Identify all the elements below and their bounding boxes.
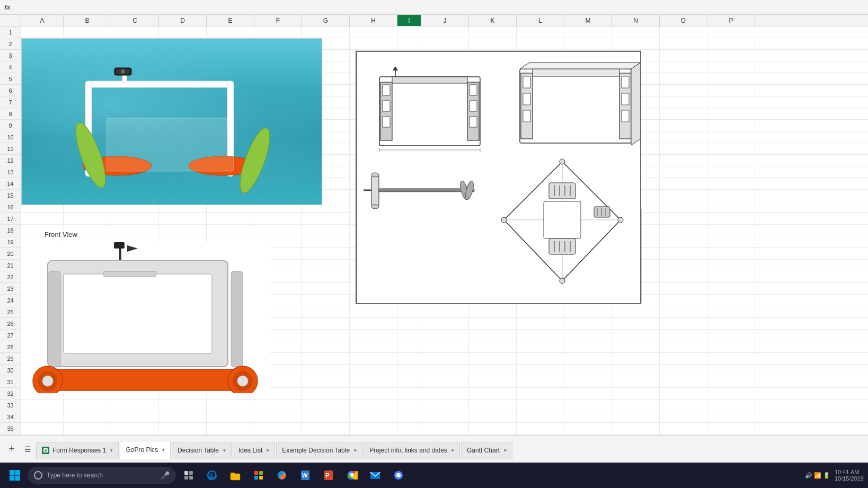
cell-E12[interactable] [207, 155, 254, 166]
cell-K33[interactable] [469, 400, 517, 411]
chrome-button[interactable] [341, 465, 362, 486]
cell-O11[interactable] [660, 143, 707, 155]
cell-O30[interactable] [660, 365, 707, 376]
cell-D33[interactable] [159, 400, 207, 411]
cell-O17[interactable] [660, 213, 707, 225]
cell-O27[interactable] [660, 330, 707, 341]
cell-E2[interactable] [207, 38, 254, 50]
cell-B27[interactable] [64, 330, 111, 341]
cell-H27[interactable] [350, 330, 397, 341]
cell-H24[interactable] [350, 295, 397, 306]
cell-C18[interactable] [111, 225, 159, 236]
cell-K28[interactable] [469, 341, 517, 353]
table-row[interactable] [21, 376, 868, 388]
cell-F6[interactable] [254, 85, 302, 96]
table-row[interactable] [21, 143, 868, 155]
table-row[interactable] [21, 411, 868, 423]
cell-J28[interactable] [421, 341, 469, 353]
cell-B34[interactable] [64, 411, 111, 423]
cell-A11[interactable] [21, 143, 64, 155]
cell-H16[interactable] [350, 201, 397, 213]
cell-F1[interactable] [254, 26, 302, 38]
cell-A26[interactable] [21, 318, 64, 330]
cell-H29[interactable] [350, 353, 397, 365]
file-explorer-button[interactable] [225, 465, 246, 486]
cell-P25[interactable] [707, 306, 755, 318]
col-header-M[interactable]: M [564, 15, 612, 26]
cell-P3[interactable] [707, 50, 755, 61]
cell-A33[interactable] [21, 400, 64, 411]
cell-M13[interactable] [564, 166, 612, 178]
cell-L13[interactable] [517, 166, 564, 178]
cell-G31[interactable] [302, 376, 350, 388]
cell-D16[interactable] [159, 201, 207, 213]
cell-M33[interactable] [564, 400, 612, 411]
cell-O5[interactable] [660, 73, 707, 85]
cell-L16[interactable] [517, 201, 564, 213]
cell-B31[interactable] [64, 376, 111, 388]
cell-G34[interactable] [302, 411, 350, 423]
cell-N27[interactable] [612, 330, 660, 341]
cell-P32[interactable] [707, 388, 755, 400]
cell-J11[interactable] [421, 143, 469, 155]
cell-A20[interactable] [21, 248, 64, 260]
cell-G21[interactable] [302, 260, 350, 271]
cell-B20[interactable] [64, 248, 111, 260]
cell-L12[interactable] [517, 155, 564, 166]
cell-M1[interactable] [564, 26, 612, 38]
cell-M19[interactable] [564, 236, 612, 248]
col-header-D[interactable]: D [159, 15, 207, 26]
cell-K15[interactable] [469, 190, 517, 201]
cell-M22[interactable] [564, 271, 612, 283]
cell-K6[interactable] [469, 85, 517, 96]
cell-M9[interactable] [564, 120, 612, 131]
cell-L27[interactable] [517, 330, 564, 341]
cell-E34[interactable] [207, 411, 254, 423]
cell-J33[interactable] [421, 400, 469, 411]
cell-I14[interactable] [397, 178, 421, 190]
cell-B9[interactable] [64, 120, 111, 131]
cell-P19[interactable] [707, 236, 755, 248]
tab-project-info[interactable]: Project info, links and dates ▾ [364, 442, 460, 459]
cell-A30[interactable] [21, 365, 64, 376]
cell-K25[interactable] [469, 306, 517, 318]
cell-I29[interactable] [397, 353, 421, 365]
cell-O1[interactable] [660, 26, 707, 38]
cell-B33[interactable] [64, 400, 111, 411]
cell-G33[interactable] [302, 400, 350, 411]
cell-K4[interactable] [469, 61, 517, 73]
cell-P23[interactable] [707, 283, 755, 295]
tab-example-decision-table-dropdown[interactable]: ▾ [354, 448, 357, 453]
cell-A14[interactable] [21, 178, 64, 190]
cell-J5[interactable] [421, 73, 469, 85]
cell-D22[interactable] [159, 271, 207, 283]
table-row[interactable] [21, 120, 868, 131]
cell-I34[interactable] [397, 411, 421, 423]
cell-P10[interactable] [707, 131, 755, 143]
cell-A35[interactable] [21, 423, 64, 434]
cell-B10[interactable] [64, 131, 111, 143]
cell-O23[interactable] [660, 283, 707, 295]
cell-E10[interactable] [207, 131, 254, 143]
cell-L11[interactable] [517, 143, 564, 155]
cell-M35[interactable] [564, 423, 612, 434]
cell-I13[interactable] [397, 166, 421, 178]
cell-H25[interactable] [350, 306, 397, 318]
cell-M11[interactable] [564, 143, 612, 155]
cell-C7[interactable] [111, 96, 159, 108]
cell-D27[interactable] [159, 330, 207, 341]
cell-C19[interactable] [111, 236, 159, 248]
cell-L10[interactable] [517, 131, 564, 143]
cell-C26[interactable] [111, 318, 159, 330]
cell-F20[interactable] [254, 248, 302, 260]
cell-O18[interactable] [660, 225, 707, 236]
cell-P16[interactable] [707, 201, 755, 213]
cell-G16[interactable] [302, 201, 350, 213]
cell-F21[interactable] [254, 260, 302, 271]
cell-I5[interactable] [397, 73, 421, 85]
edge-button[interactable] [201, 465, 223, 486]
table-row[interactable] [21, 38, 868, 50]
cell-H15[interactable] [350, 190, 397, 201]
cell-G14[interactable] [302, 178, 350, 190]
cell-G25[interactable] [302, 306, 350, 318]
